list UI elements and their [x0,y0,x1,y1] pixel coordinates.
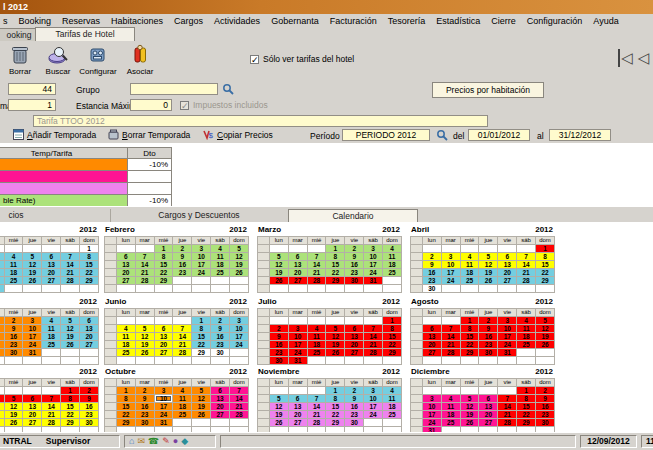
calendar-day-cell[interactable]: 26 [326,349,345,357]
calendar-day-cell[interactable]: 18 [4,269,23,277]
calendar-day-cell[interactable]: 5 [192,387,211,395]
calendar-day-cell[interactable]: 31 [23,349,42,357]
calendar-day-cell[interactable]: 14 [441,333,460,341]
calendar-day-cell[interactable]: 29 [61,419,80,427]
calendar-day-cell[interactable]: 25 [211,269,230,277]
calendar-day-cell[interactable]: 10 [154,395,173,403]
calendar-day-cell[interactable]: 26 [192,411,211,419]
calendar-day-cell[interactable]: 29 [326,419,345,427]
calendar-day-cell[interactable]: 21 [173,341,192,349]
calendar-day-cell[interactable]: 19 [4,411,23,419]
calendar-day-cell[interactable]: 19 [23,269,42,277]
calendar-day-cell[interactable]: 19 [230,261,249,269]
calendar-day-cell[interactable]: 26 [4,419,23,427]
calendar-day-cell[interactable]: 7 [517,253,536,261]
calendar-day-cell[interactable]: 16 [135,403,154,411]
only-hotel-rates-checkbox[interactable]: ✓ [250,55,259,64]
calendar-day-cell[interactable]: 20 [211,403,230,411]
calendar-day-cell[interactable]: 23 [422,277,441,285]
calendar-day-cell[interactable]: 26 [460,419,479,427]
calendar-day-cell[interactable]: 12 [23,261,42,269]
calendar-day-cell[interactable]: 22 [80,269,99,277]
calendar-day-cell[interactable]: 17 [288,341,307,349]
calendar-day-cell[interactable]: 11 [383,395,402,403]
calendar-day-cell[interactable]: 7 [173,325,192,333]
calendar-day-cell[interactable]: 19 [326,341,345,349]
calendar-day-cell[interactable]: 20 [154,341,173,349]
calendar-day-cell[interactable]: 13 [116,261,135,269]
calendar-day-cell[interactable]: 17 [364,403,383,411]
calendar-day-cell[interactable]: 9 [536,395,555,403]
grupo-search-icon[interactable] [222,83,234,95]
calendar-day-cell[interactable]: 13 [479,403,498,411]
menu-item-tesorera[interactable]: Tesorería [388,16,426,26]
calendar-day-cell[interactable]: 4 [116,325,135,333]
calendar-day-cell[interactable]: 28 [364,349,383,357]
calendar-day-cell[interactable]: 2 [422,253,441,261]
calendar-day-cell[interactable]: 26 [230,269,249,277]
calendar-day-cell[interactable]: 24 [498,341,517,349]
calendar-day-cell[interactable]: 28 [307,277,326,285]
calendar-day-cell[interactable]: 9 [479,325,498,333]
season-table-row[interactable]: -10% [0,159,172,171]
calendar-day-cell[interactable]: 9 [80,395,99,403]
calendar-day-cell[interactable]: 31 [154,419,173,427]
calendar-day-cell[interactable]: 10 [364,253,383,261]
calendar-day-cell[interactable]: 8 [326,253,345,261]
calendar-day-cell[interactable]: 9 [135,395,154,403]
record-icon[interactable]: ● [173,437,178,446]
calendar-day-cell[interactable]: 22 [460,341,479,349]
season-dto-cell[interactable] [127,183,172,195]
calendar-day-cell[interactable]: 15 [536,261,555,269]
calendar-day-cell[interactable]: 30 [135,419,154,427]
calendar-day-cell[interactable]: 7 [498,395,517,403]
date-from-field[interactable]: 01/01/2012 [468,129,530,141]
calendar-day-cell[interactable]: 26 [23,277,42,285]
calendar-day-cell[interactable]: 25 [517,341,536,349]
calendar-day-cell[interactable]: 12 [460,403,479,411]
calendar-day-cell[interactable]: 10 [441,261,460,269]
menu-item-reservas[interactable]: Reservas [62,16,100,26]
calendar-day-cell[interactable]: 17 [364,261,383,269]
calendar-day-cell[interactable]: 6 [80,317,99,325]
first-record-icon[interactable]: ◁ [618,49,633,67]
calendar-day-cell[interactable]: 6 [288,253,307,261]
calendar-day-cell[interactable]: 6 [498,253,517,261]
calendar-day-cell[interactable]: 3 [364,387,383,395]
calendar-day-cell[interactable]: 4 [460,253,479,261]
calendar-day-cell[interactable]: 23 [536,411,555,419]
season-dto-cell[interactable] [127,171,172,183]
module-icon[interactable]: ◆ [181,437,188,446]
calendar-day-cell[interactable]: 11 [173,395,192,403]
calendar-day-cell[interactable]: 25 [42,341,61,349]
calendar-day-cell[interactable]: 16 [80,403,99,411]
calendar-day-cell[interactable]: 15 [517,403,536,411]
precios-por-habitacion-button[interactable]: Precios por habitación [432,82,544,98]
calendar-day-cell[interactable]: 5 [4,395,23,403]
calendar-day-cell[interactable]: 30 [211,349,230,357]
calendar-day-cell[interactable]: 12 [230,253,249,261]
calendar-day-cell[interactable]: 24 [422,419,441,427]
calendar-day-cell[interactable]: 2 [173,245,192,253]
calendar-day-cell[interactable]: 4 [211,245,230,253]
calendar-day-cell[interactable]: 13 [80,325,99,333]
calendar-day-cell[interactable]: 3 [441,253,460,261]
calendar-day-cell[interactable]: 8 [517,395,536,403]
calendar-day-cell[interactable]: 5 [269,253,288,261]
calendar-day-cell[interactable]: 1 [517,387,536,395]
calendar-day-cell[interactable]: 8 [460,325,479,333]
calendar-day-cell[interactable]: 27 [498,277,517,285]
calendar-day-cell[interactable]: 24 [288,349,307,357]
calendar-day-cell[interactable]: 15 [326,403,345,411]
calendar-day-cell[interactable]: 18 [441,411,460,419]
calendar-day-cell[interactable]: 22 [116,411,135,419]
calendar-day-cell[interactable]: 21 [135,269,154,277]
calendar-day-cell[interactable]: 23 [173,269,192,277]
calendar-day-cell[interactable]: 6 [422,325,441,333]
calendar-day-cell[interactable]: 29 [383,349,402,357]
calendar-day-cell[interactable]: 29 [517,419,536,427]
calendar-day-cell[interactable]: 11 [441,403,460,411]
calendar-day-cell[interactable]: 7 [230,387,249,395]
calendar-day-cell[interactable]: 17 [192,261,211,269]
menu-item-estadstica[interactable]: Estadística [436,16,480,26]
